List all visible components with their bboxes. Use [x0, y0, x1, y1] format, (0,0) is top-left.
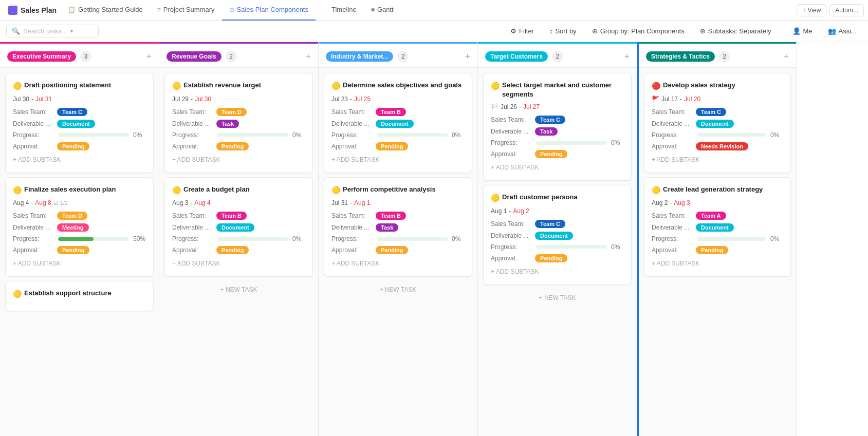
column-header-executive-summary: Executive Summary 3 +: [0, 42, 159, 68]
deliverable-tag[interactable]: Document: [376, 120, 414, 128]
tab-getting-started[interactable]: 📋 Getting Started Guide: [61, 0, 150, 21]
team-tag[interactable]: Team C: [535, 116, 565, 124]
approval-tag[interactable]: Pending: [216, 246, 249, 254]
approval-label: Approval:: [491, 150, 532, 158]
column-body-target-customers: 🟡 Select target market and customer segm…: [478, 68, 637, 436]
card-deliverable-row: Deliverable ... Document: [172, 223, 305, 232]
group-by-button[interactable]: ⊕ Group by: Plan Components: [587, 25, 690, 37]
team-tag[interactable]: Team C: [57, 108, 87, 116]
card-deliverable-row: Deliverable ... Document: [652, 120, 783, 128]
deliverable-label: Deliverable ...: [13, 224, 54, 231]
card-progress-row: Progress: 0%: [491, 243, 624, 251]
search-input[interactable]: 🔍 Search tasks... ▾: [6, 25, 99, 37]
deliverable-tag[interactable]: Document: [57, 120, 95, 128]
column-add-strategies-tactics[interactable]: +: [783, 51, 789, 62]
approval-tag[interactable]: Pending: [216, 142, 249, 150]
add-subtask-btn[interactable]: + ADD SUBTASK: [331, 154, 465, 165]
card-deliverable-row: Deliverable ... Document: [491, 232, 624, 240]
approval-tag[interactable]: Pending: [57, 142, 89, 150]
team-tag[interactable]: Team A: [696, 212, 726, 220]
card-approval-row: Approval: Pending: [331, 246, 465, 254]
deliverable-tag[interactable]: Document: [696, 223, 734, 232]
card-date: 🚩 Jul 17 - Jul 20: [652, 96, 783, 103]
new-task-btn-target[interactable]: + NEW TASK: [483, 289, 632, 307]
team-tag[interactable]: Team C: [535, 220, 565, 228]
deliverable-tag[interactable]: Task: [216, 120, 239, 128]
card-progress-row: Progress: 50%: [13, 235, 146, 242]
add-subtask-btn[interactable]: + ADD SUBTASK: [172, 258, 305, 269]
project-summary-icon: ≡: [157, 6, 161, 13]
column-add-industry-market[interactable]: +: [465, 51, 470, 62]
add-subtask-btn[interactable]: + ADD SUBTASK: [652, 258, 783, 269]
progress-bar-wrap: [58, 237, 129, 241]
assign-button[interactable]: 👥 Assi...: [823, 25, 862, 37]
card-title: 🟡 Establish support structure: [13, 289, 146, 299]
card-date: Jul 29 - Jul 30: [172, 96, 305, 103]
approval-tag[interactable]: Pending: [535, 254, 567, 262]
tab-project-summary[interactable]: ≡ Project Summary: [150, 0, 222, 21]
deliverable-tag[interactable]: Task: [535, 127, 558, 136]
add-subtask-btn[interactable]: + ADD SUBTASK: [13, 154, 146, 165]
add-subtask-btn[interactable]: + ADD SUBTASK: [491, 266, 624, 277]
tab-gantt[interactable]: ■ Gantt: [364, 0, 401, 21]
new-task-btn-revenue[interactable]: + NEW TASK: [164, 281, 313, 298]
deliverable-tag[interactable]: Document: [696, 120, 734, 128]
team-tag[interactable]: Team C: [696, 108, 726, 116]
approval-tag[interactable]: Pending: [376, 142, 408, 150]
sales-team-label: Sales Team:: [331, 212, 373, 219]
deliverable-tag[interactable]: Meeting: [57, 223, 89, 232]
card-title: 🟡 Finalize sales execution plan: [13, 185, 146, 196]
column-add-executive-summary[interactable]: +: [146, 51, 152, 62]
card-title: 🟡 Select target market and customer segm…: [491, 81, 624, 99]
toolbar-right: ⚙ Filter ↕ Sort by ⊕ Group by: Plan Comp…: [505, 25, 862, 37]
column-add-revenue-goals[interactable]: +: [305, 51, 311, 62]
progress-label: Progress:: [652, 131, 693, 139]
approval-tag[interactable]: Pending: [57, 246, 89, 254]
sort-by-button[interactable]: ↕ Sort by: [544, 25, 582, 37]
sales-plan-icon: ⊙: [229, 6, 234, 13]
add-subtask-btn[interactable]: + ADD SUBTASK: [172, 154, 305, 165]
subtask-check: ☑ 1/2: [53, 200, 68, 206]
deliverable-tag[interactable]: Task: [376, 223, 398, 232]
progress-pct: 0%: [770, 131, 783, 139]
autom-button[interactable]: Autom...: [829, 4, 864, 16]
approval-tag[interactable]: Pending: [376, 246, 408, 254]
column-industry-market: Industry & Market... 2 + 🟡 Determine sal…: [319, 42, 478, 436]
me-button[interactable]: 👤 Me: [787, 25, 818, 37]
card-title: 🟡 Draft customer persona: [491, 193, 624, 203]
card-approval-row: Approval: Pending: [172, 142, 305, 150]
progress-label: Progress:: [13, 131, 54, 139]
tab-timeline[interactable]: — Timeline: [316, 0, 364, 21]
add-view-button[interactable]: + View: [797, 4, 826, 16]
status-icon: 🟡: [13, 289, 22, 299]
team-tag[interactable]: Team B: [376, 108, 406, 116]
sales-team-label: Sales Team:: [331, 108, 373, 116]
sales-team-label: Sales Team:: [13, 108, 54, 116]
card-develop-sales-strategy: 🔴 Develop sales strategy 🚩 Jul 17 - Jul …: [644, 73, 791, 173]
approval-tag[interactable]: Pending: [696, 246, 728, 254]
team-tag[interactable]: Team B: [376, 212, 406, 220]
approval-tag[interactable]: Needs Revision: [696, 142, 748, 150]
filter-button[interactable]: ⚙ Filter: [505, 25, 539, 37]
column-target-customers: Target Customers 2 + 🟡 Select target mar…: [478, 42, 637, 436]
team-tag[interactable]: Team D: [57, 212, 87, 220]
deliverable-tag[interactable]: Document: [216, 223, 254, 232]
tab-sales-plan-components[interactable]: ⊙ Sales Plan Components: [222, 0, 316, 21]
add-subtask-btn[interactable]: + ADD SUBTASK: [13, 258, 146, 269]
approval-tag[interactable]: Pending: [535, 150, 567, 158]
card-title: 🟡 Draft positioning statement: [13, 81, 146, 91]
deliverable-label: Deliverable ...: [652, 224, 693, 231]
subtasks-button[interactable]: ⊛ Subtasks: Separately: [695, 25, 777, 37]
new-task-btn-industry[interactable]: + NEW TASK: [324, 281, 472, 298]
add-subtask-btn[interactable]: + ADD SUBTASK: [331, 258, 465, 269]
search-chevron-icon[interactable]: ▾: [70, 28, 73, 34]
sales-team-label: Sales Team:: [172, 108, 213, 116]
column-add-target-customers[interactable]: +: [624, 51, 630, 62]
approval-label: Approval:: [652, 247, 693, 254]
deliverable-tag[interactable]: Document: [535, 232, 573, 240]
team-tag[interactable]: Team B: [216, 212, 247, 220]
team-tag[interactable]: Team D: [216, 108, 247, 116]
add-subtask-btn[interactable]: + ADD SUBTASK: [652, 154, 783, 165]
add-subtask-btn[interactable]: + ADD SUBTASK: [491, 162, 624, 173]
card-sales-team-row: Sales Team: Team A: [652, 212, 783, 220]
